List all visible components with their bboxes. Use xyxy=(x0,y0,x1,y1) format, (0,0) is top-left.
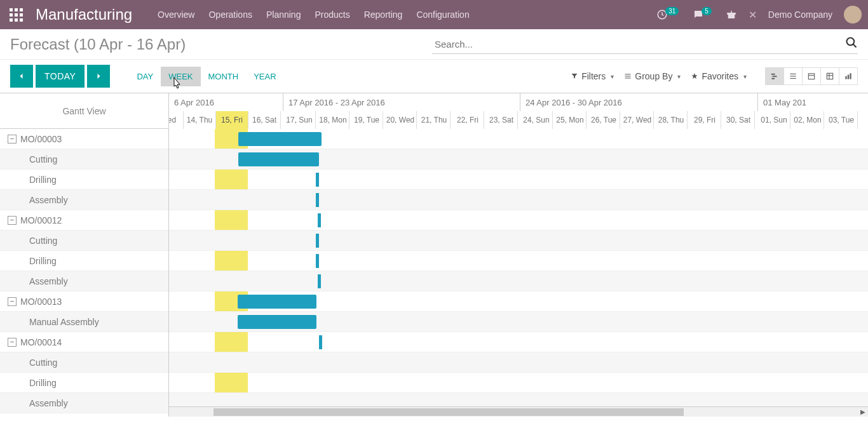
row-label: MO/00003 xyxy=(20,134,62,144)
day-header: 27, Wed xyxy=(621,111,654,129)
scale-year[interactable]: YEAR xyxy=(246,67,283,86)
svg-rect-9 xyxy=(771,74,775,75)
gantt-tick[interactable] xyxy=(316,234,319,248)
row-label: MO/00013 xyxy=(20,297,62,307)
row-label: Drilling xyxy=(29,378,57,388)
subheader: Forecast (10 Apr - 16 Apr) xyxy=(0,29,868,60)
gantt-bar[interactable] xyxy=(238,315,316,329)
row-label: MO/00012 xyxy=(20,215,62,225)
favorites-button[interactable]: Favorites xyxy=(691,71,747,81)
groupby-label: Group By xyxy=(635,71,672,81)
gantt-wrap: Gantt View −MO/00003CuttingDrillingAssem… xyxy=(0,93,868,417)
scroll-right-icon[interactable]: ▶ xyxy=(858,408,868,415)
company-name[interactable]: Demo Company xyxy=(768,10,832,20)
gantt-task-row[interactable]: Assembly xyxy=(0,271,168,291)
today-button[interactable]: TODAY xyxy=(36,65,85,88)
svg-rect-14 xyxy=(790,78,796,79)
gantt-task-row[interactable]: Assembly xyxy=(0,393,168,413)
gantt-task-row[interactable]: Drilling xyxy=(0,170,168,190)
gantt-bar[interactable] xyxy=(238,295,316,309)
gantt-sidebar-title: Gantt View xyxy=(0,93,168,129)
gantt-task-row[interactable]: Cutting xyxy=(0,352,168,373)
collapse-icon[interactable]: − xyxy=(8,216,17,225)
svg-line-5 xyxy=(853,44,857,47)
day-header: 22, Fri xyxy=(452,111,484,129)
gantt-tick[interactable] xyxy=(316,254,319,268)
row-label: MO/00014 xyxy=(20,337,62,347)
row-label: Cutting xyxy=(29,154,57,164)
groupby-button[interactable]: Group By xyxy=(624,71,681,81)
gantt-tick[interactable] xyxy=(316,193,319,207)
view-calendar[interactable] xyxy=(802,67,821,85)
gantt-group-row[interactable]: −MO/00003 xyxy=(0,129,168,149)
gantt-grid-row xyxy=(169,312,868,332)
search-icon[interactable] xyxy=(845,36,858,49)
view-pivot[interactable] xyxy=(820,67,839,85)
page-title: Forecast (10 Apr - 16 Apr) xyxy=(10,36,186,53)
close-icon[interactable]: ✕ xyxy=(749,9,757,21)
nav-planning[interactable]: Planning xyxy=(266,10,301,20)
avatar[interactable] xyxy=(844,6,862,23)
gantt-group-row[interactable]: −MO/00014 xyxy=(0,332,168,352)
apps-icon[interactable] xyxy=(6,5,25,24)
scale-week[interactable]: WEEK xyxy=(161,67,200,86)
svg-point-4 xyxy=(847,37,855,45)
svg-rect-17 xyxy=(827,73,832,79)
filters-button[interactable]: Filters xyxy=(571,71,614,81)
brand-title: Manufacturing xyxy=(36,6,132,23)
messages-button[interactable]: 5 xyxy=(693,9,714,20)
row-label: Cutting xyxy=(29,358,57,368)
nav-overview[interactable]: Overview xyxy=(158,10,194,20)
collapse-icon[interactable]: − xyxy=(8,338,17,347)
svg-rect-6 xyxy=(625,74,631,75)
nav-reporting[interactable]: Reporting xyxy=(364,10,403,20)
next-button[interactable] xyxy=(87,65,110,88)
svg-rect-21 xyxy=(848,75,849,79)
week-header: 6 Apr 2016 xyxy=(169,93,283,111)
svg-rect-10 xyxy=(773,76,777,77)
search-input[interactable] xyxy=(432,35,858,53)
gantt-group-row[interactable]: −MO/00013 xyxy=(0,291,168,312)
gantt-bar[interactable] xyxy=(238,132,322,146)
gantt-bar[interactable] xyxy=(238,152,319,166)
day-header: 26, Tue xyxy=(588,111,620,129)
gantt-task-row[interactable]: Cutting xyxy=(0,149,168,170)
gantt-tick[interactable] xyxy=(316,173,319,187)
gantt-grid-row xyxy=(169,373,868,393)
gantt-group-row[interactable]: −MO/00012 xyxy=(0,210,168,231)
day-header: 29, Fri xyxy=(689,111,721,129)
view-gantt[interactable] xyxy=(765,67,784,85)
clock-button[interactable]: 31 xyxy=(656,9,681,20)
view-list[interactable] xyxy=(783,67,803,85)
gantt-task-row[interactable]: Assembly xyxy=(0,190,168,210)
gantt-task-row[interactable]: Drilling xyxy=(0,251,168,271)
nav-configuration[interactable]: Configuration xyxy=(416,10,469,20)
svg-rect-11 xyxy=(771,78,775,79)
svg-rect-8 xyxy=(625,78,631,79)
gantt-grid-row xyxy=(169,231,868,251)
gantt-tick[interactable] xyxy=(318,274,321,288)
view-graph[interactable] xyxy=(839,67,858,85)
gantt-time-headers: 6 Apr 201617 Apr 2016 - 23 Apr 201624 Ap… xyxy=(169,93,868,129)
gift-icon[interactable] xyxy=(726,9,737,20)
nav-products[interactable]: Products xyxy=(315,10,349,20)
row-label: Manual Assembly xyxy=(29,317,99,327)
scale-month[interactable]: MONTH xyxy=(201,67,247,86)
gantt-tick[interactable] xyxy=(318,213,321,227)
gantt-timeline[interactable]: 6 Apr 201617 Apr 2016 - 23 Apr 201624 Ap… xyxy=(169,93,868,417)
collapse-icon[interactable]: − xyxy=(8,297,17,306)
prev-button[interactable] xyxy=(10,65,33,88)
collapse-icon[interactable]: − xyxy=(8,135,17,144)
gantt-task-row[interactable]: Manual Assembly xyxy=(0,312,168,332)
scroll-thumb[interactable] xyxy=(214,408,684,416)
row-label: Drilling xyxy=(29,175,57,185)
gantt-task-row[interactable]: Drilling xyxy=(0,373,168,393)
filter-bar: Filters Group By Favorites xyxy=(571,71,747,81)
row-label: Assembly xyxy=(29,195,68,205)
scale-day[interactable]: DAY xyxy=(129,67,161,86)
svg-rect-7 xyxy=(625,76,631,77)
day-header: ed xyxy=(169,111,184,129)
nav-operations[interactable]: Operations xyxy=(208,10,252,20)
gantt-task-row[interactable]: Cutting xyxy=(0,231,168,251)
gantt-tick[interactable] xyxy=(319,335,322,349)
